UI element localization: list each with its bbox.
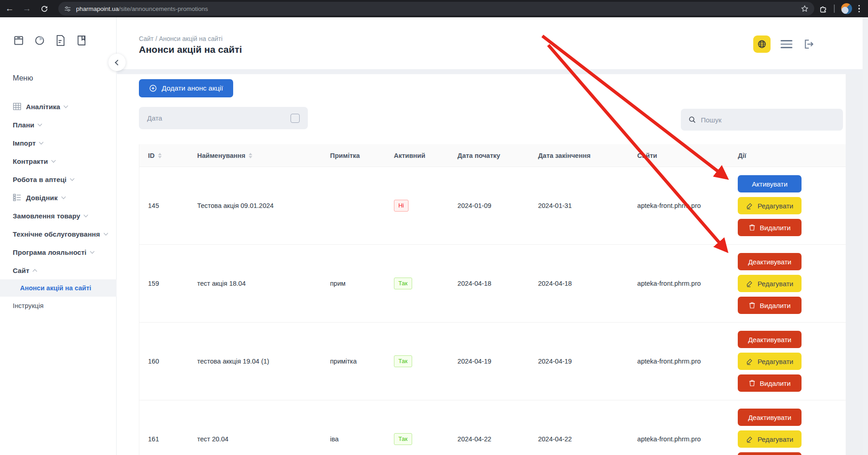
sidebar-item-label: Замовлення товару — [13, 212, 80, 220]
pie-chart-icon[interactable] — [33, 34, 46, 47]
pencil-icon — [746, 435, 753, 443]
cell-name: Тестова акція 09.01.2024 — [189, 167, 322, 244]
column-header: Примітка — [322, 152, 385, 159]
delete-button[interactable]: Видалити — [738, 219, 802, 236]
column-header: Активний — [385, 152, 449, 159]
sort-icon[interactable] — [158, 153, 162, 158]
edit-button[interactable]: Редагувати — [738, 197, 802, 214]
cell-name: тест акція 18.04 — [189, 245, 322, 322]
cell-active: Так — [385, 400, 449, 455]
page-scrollbar[interactable] — [863, 17, 868, 455]
menu-toggle-icon[interactable] — [781, 40, 792, 48]
site-settings-icon[interactable] — [64, 5, 71, 13]
header-divider — [117, 69, 863, 74]
column-header[interactable]: Найменування — [189, 152, 322, 159]
cell-actions: АктивуватиРедагуватиВидалити — [738, 167, 846, 244]
column-header: Дії — [738, 144, 846, 167]
sidebar: Меню АналітикаПланиІмпортКонтрактиРобота… — [0, 17, 117, 455]
table-row: 160тестова аккція 19.04 (1)приміткаТак20… — [139, 323, 846, 400]
sidebar-collapse-button[interactable] — [108, 54, 126, 71]
edit-button[interactable]: Редагувати — [738, 353, 802, 370]
book-icon[interactable] — [75, 34, 88, 47]
sidebar-item-label: Довідник — [26, 194, 58, 202]
column-header[interactable]: ID — [139, 152, 189, 159]
sidebar-item-9[interactable]: Програма лояльності — [0, 243, 117, 261]
sidebar-item-label: Імпорт — [13, 139, 36, 147]
cell-site: apteka-front.phrm.pro — [628, 323, 738, 400]
browser-menu-icon[interactable] — [858, 5, 860, 13]
trash-icon — [749, 224, 756, 231]
deactivate-button[interactable]: Деактивувати — [738, 409, 802, 426]
sidebar-item-4[interactable]: Контракти — [0, 152, 117, 170]
search-input[interactable]: Пошук — [681, 109, 843, 131]
cell-id: 145 — [139, 167, 189, 244]
sidebar-item-1[interactable]: Аналітика — [0, 97, 117, 116]
page-title: Анонси акцій на сайті — [139, 44, 242, 55]
sidebar-item-10[interactable]: Сайт — [0, 261, 117, 279]
add-announcement-button[interactable]: Додати анонс акції — [139, 79, 233, 97]
delete-button[interactable]: Видалити — [738, 374, 802, 392]
cell-actions: ДеактивуватиРедагуватиВидалити — [738, 245, 846, 322]
list-icon — [13, 194, 21, 201]
pencil-icon — [746, 280, 753, 287]
activate-button[interactable]: Активувати — [738, 175, 802, 192]
browser-address-bar[interactable]: pharmapoint.ua/site/announcements-promot… — [58, 2, 814, 15]
logout-icon[interactable] — [802, 38, 814, 50]
sidebar-subitem-announcements-active[interactable]: Анонси акцій на сайті — [0, 279, 117, 297]
search-icon — [688, 116, 696, 124]
sidebar-item-7[interactable]: Замовлення товару — [0, 207, 117, 225]
sidebar-item-instruction[interactable]: Інструкція — [0, 297, 117, 315]
extensions-icon[interactable] — [819, 5, 827, 13]
chevron-down-icon — [38, 121, 42, 126]
screen: ← → pharmapoint.ua/site/announcements-pr… — [0, 0, 868, 455]
sidebar-item-3[interactable]: Імпорт — [0, 134, 117, 152]
sidebar-item-2[interactable]: Плани — [0, 116, 117, 134]
trash-icon — [749, 302, 756, 309]
column-header: Дата початку — [449, 152, 530, 159]
breadcrumb: Сайт / Анонси акцій на сайті — [139, 35, 223, 42]
chevron-left-icon — [115, 60, 121, 66]
delete-button[interactable]: Видалити — [738, 452, 802, 455]
date-filter-input[interactable]: Дата — [139, 107, 308, 129]
button-label: Редагувати — [757, 435, 793, 443]
column-header-label: Дата закінчення — [538, 152, 590, 159]
deactivate-button[interactable]: Деактивувати — [738, 331, 802, 348]
browser-back-button[interactable]: ← — [2, 1, 17, 16]
language-globe-button[interactable] — [753, 35, 771, 53]
sidebar-item-8[interactable]: Технічне обслуговування — [0, 225, 117, 243]
sidebar-item-label: Програма лояльності — [13, 248, 87, 256]
edit-button[interactable]: Редагувати — [738, 275, 802, 292]
bookmark-star-icon[interactable] — [801, 5, 809, 13]
document-icon[interactable] — [54, 34, 67, 47]
browser-toolbar: ← → pharmapoint.ua/site/announcements-pr… — [0, 0, 868, 17]
cell-actions: ДеактивуватиРедагуватиВидалити — [738, 400, 846, 455]
sidebar-menu: АналітикаПланиІмпортКонтрактиРобота в ап… — [0, 97, 117, 315]
column-header-label: Примітка — [330, 152, 360, 159]
sidebar-item-5[interactable]: Робота в аптеці — [0, 170, 117, 188]
cell-active: Ні — [385, 167, 449, 244]
cell-end-date: 2024-04-22 — [529, 400, 628, 455]
grid-icon — [13, 103, 21, 110]
deactivate-button[interactable]: Деактивувати — [738, 253, 802, 270]
button-label: Активувати — [752, 180, 787, 188]
header-actions — [753, 35, 814, 53]
button-label: Деактивувати — [748, 336, 791, 344]
cell-id: 159 — [139, 245, 189, 322]
sidebar-item-label: Робота в аптеці — [13, 176, 66, 183]
button-label: Редагувати — [757, 280, 793, 288]
browser-reload-button[interactable] — [36, 1, 52, 16]
sort-icon[interactable] — [249, 153, 252, 158]
status-badge: Так — [394, 355, 412, 367]
trash-icon — [749, 379, 756, 387]
edit-button[interactable]: Редагувати — [738, 430, 802, 448]
archive-icon[interactable] — [12, 34, 26, 47]
delete-button[interactable]: Видалити — [738, 297, 802, 314]
button-label: Деактивувати — [748, 258, 791, 266]
button-label: Редагувати — [757, 202, 793, 210]
cell-end-date: 2024-04-18 — [529, 245, 628, 322]
cell-start-date: 2024-04-19 — [449, 323, 530, 400]
profile-avatar[interactable] — [841, 3, 852, 14]
table-row: 159тест акція 18.04примТак2024-04-182024… — [139, 245, 846, 323]
browser-forward-button[interactable]: → — [19, 1, 35, 16]
sidebar-item-6[interactable]: Довідник — [0, 188, 117, 207]
